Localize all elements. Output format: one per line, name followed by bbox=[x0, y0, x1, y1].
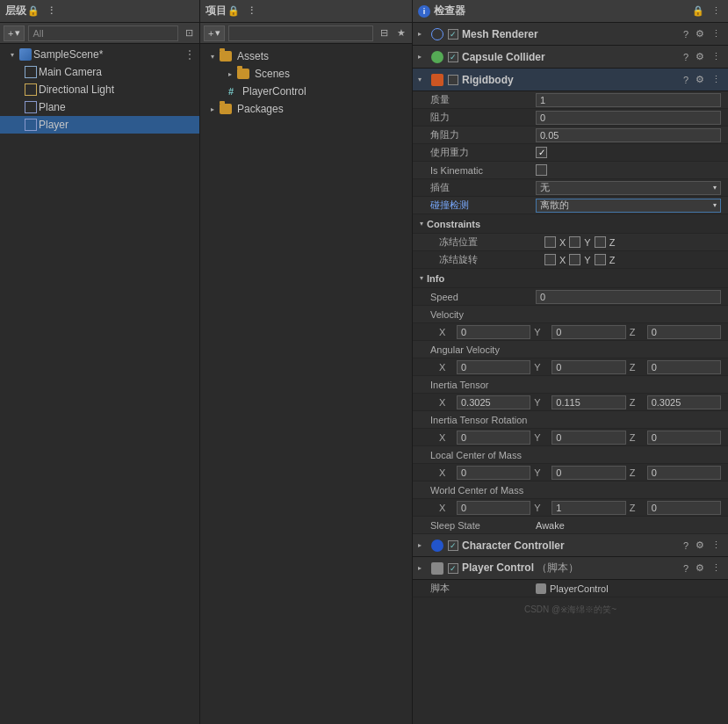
constraints-section-header[interactable]: ▾ Constraints bbox=[413, 214, 728, 234]
inertia-z-input[interactable] bbox=[647, 395, 721, 409]
player-control-help-icon[interactable]: ? bbox=[681, 563, 690, 574]
local-com-label: Local Center of Mass bbox=[430, 450, 536, 460]
info-section-header[interactable]: ▾ Info bbox=[413, 269, 728, 288]
mesh-renderer-checkbox[interactable]: ✓ bbox=[448, 29, 458, 40]
hierarchy-search-input[interactable] bbox=[28, 25, 178, 41]
info-arrow-icon: ▾ bbox=[420, 274, 423, 282]
hierarchy-title: 层级 bbox=[5, 4, 26, 18]
player-control-script-item[interactable]: # PlayerControl bbox=[200, 83, 412, 100]
freeze-pos-z-checkbox[interactable] bbox=[595, 236, 606, 248]
freeze-rot-z-checkbox[interactable] bbox=[595, 254, 606, 265]
kinematic-checkbox[interactable] bbox=[536, 164, 547, 176]
capsule-collider-dots-icon[interactable]: ⋮ bbox=[710, 51, 723, 62]
project-lock-icon[interactable]: 🔒 bbox=[227, 4, 241, 18]
ang-drag-input[interactable] bbox=[536, 128, 721, 142]
main-camera-item[interactable]: Main Camera bbox=[0, 63, 199, 81]
assets-arrow-icon: ▾ bbox=[207, 51, 218, 62]
rigidbody-checkbox[interactable] bbox=[448, 75, 458, 85]
character-controller-dots-icon[interactable]: ⋮ bbox=[710, 539, 723, 551]
local-com-z-input[interactable] bbox=[647, 466, 721, 480]
light-cube-icon bbox=[25, 83, 37, 96]
plane-item[interactable]: Plane bbox=[0, 98, 199, 116]
hierarchy-filter-icon[interactable]: ⊡ bbox=[182, 26, 196, 40]
world-com-z-input[interactable] bbox=[647, 501, 721, 515]
inertia-rot-z-input[interactable] bbox=[647, 431, 721, 445]
world-com-y-input[interactable] bbox=[551, 501, 625, 515]
directional-light-item[interactable]: Directional Light bbox=[0, 81, 199, 98]
velocity-y-label: Y bbox=[534, 327, 548, 337]
packages-folder-item[interactable]: ▸ Packages bbox=[200, 100, 412, 118]
inertia-z-label: Z bbox=[630, 397, 644, 408]
player-control-dots-icon[interactable]: ⋮ bbox=[710, 562, 723, 574]
inspector-panel: i 检查器 🔒 ⋮ ▸ ✓ Mesh Renderer ? ⚙ ⋮ ▸ bbox=[413, 0, 728, 724]
mesh-renderer-header[interactable]: ▸ ✓ Mesh Renderer ? ⚙ ⋮ bbox=[413, 23, 728, 46]
inspector-lock-icon[interactable]: 🔒 bbox=[691, 4, 705, 18]
player-control-settings-icon[interactable]: ⚙ bbox=[694, 562, 706, 574]
speed-input[interactable] bbox=[536, 290, 721, 304]
player-control-header[interactable]: ▸ ✓ Player Control （脚本） ? ⚙ ⋮ bbox=[413, 557, 728, 580]
ang-velocity-y-input[interactable] bbox=[551, 360, 625, 374]
capsule-collider-checkbox[interactable]: ✓ bbox=[448, 52, 458, 62]
inertia-rot-x-input[interactable] bbox=[457, 431, 530, 445]
freeze-rot-x-checkbox[interactable] bbox=[544, 254, 556, 265]
player-control-checkbox[interactable]: ✓ bbox=[448, 563, 458, 574]
inertia-rot-y-input[interactable] bbox=[551, 431, 625, 445]
character-controller-help-icon[interactable]: ? bbox=[681, 540, 690, 551]
local-com-x-input[interactable] bbox=[457, 466, 530, 480]
velocity-x-input[interactable] bbox=[457, 325, 530, 339]
mesh-renderer-dots-icon[interactable]: ⋮ bbox=[710, 28, 723, 40]
character-controller-settings-icon[interactable]: ⚙ bbox=[694, 539, 706, 551]
rigidbody-help-icon[interactable]: ? bbox=[681, 75, 690, 85]
collision-dropdown[interactable]: 离散的 ▾ bbox=[536, 199, 721, 213]
project-add-button[interactable]: + ▾ bbox=[204, 25, 225, 41]
interpolate-dropdown[interactable]: 无 ▾ bbox=[536, 181, 721, 195]
assets-label: Assets bbox=[237, 50, 269, 62]
assets-folder-item[interactable]: ▾ Assets bbox=[200, 47, 412, 65]
scene-item[interactable]: ▾ SampleScene* ⋮ bbox=[0, 46, 199, 63]
ang-velocity-x-input[interactable] bbox=[457, 360, 530, 374]
inertia-y-input[interactable] bbox=[551, 395, 625, 409]
project-menu-icon[interactable]: ⋮ bbox=[244, 4, 258, 18]
mesh-renderer-settings-icon[interactable]: ⚙ bbox=[694, 28, 706, 40]
freeze-rot-y-checkbox[interactable] bbox=[569, 254, 580, 265]
inertia-x-input[interactable] bbox=[457, 395, 530, 409]
world-com-x-input[interactable] bbox=[457, 501, 530, 515]
velocity-z-input[interactable] bbox=[647, 325, 721, 339]
mesh-renderer-help-icon[interactable]: ? bbox=[681, 29, 690, 40]
capsule-collider-settings-icon[interactable]: ⚙ bbox=[694, 51, 706, 62]
ang-velocity-z-input[interactable] bbox=[647, 360, 721, 374]
inspector-info-icon: i bbox=[418, 5, 430, 18]
packages-arrow-icon: ▸ bbox=[207, 104, 218, 114]
inspector-menu-icon[interactable]: ⋮ bbox=[709, 4, 723, 18]
capsule-collider-help-icon[interactable]: ? bbox=[681, 52, 690, 62]
local-com-x-label: X bbox=[439, 467, 453, 478]
drag-input[interactable] bbox=[536, 111, 721, 125]
hierarchy-lock-icon[interactable]: 🔒 bbox=[26, 4, 40, 18]
mesh-renderer-icon bbox=[431, 28, 443, 40]
hierarchy-menu-icon[interactable]: ⋮ bbox=[44, 4, 58, 18]
rigidbody-dots-icon[interactable]: ⋮ bbox=[710, 74, 723, 85]
freeze-pos-y-checkbox[interactable] bbox=[569, 236, 580, 248]
scenes-folder-item[interactable]: ▸ Scenes bbox=[200, 65, 412, 83]
hierarchy-tree: ▾ SampleScene* ⋮ Main Camera Directional… bbox=[0, 44, 199, 724]
local-com-y-input[interactable] bbox=[551, 466, 625, 480]
camera-cube-icon bbox=[25, 66, 37, 78]
hierarchy-add-button[interactable]: + ▾ bbox=[4, 25, 25, 41]
gravity-checkbox[interactable]: ✓ bbox=[536, 147, 547, 158]
rigidbody-header[interactable]: ▾ Rigidbody ? ⚙ ⋮ bbox=[413, 69, 728, 91]
velocity-y-input[interactable] bbox=[551, 325, 625, 339]
player-item[interactable]: Player bbox=[0, 116, 199, 134]
freeze-pos-x-checkbox[interactable] bbox=[544, 236, 556, 248]
project-layout-icon[interactable]: ⊟ bbox=[377, 26, 391, 40]
script-hash-icon: # bbox=[225, 86, 237, 97]
character-controller-header[interactable]: ▸ ✓ Character Controller ? ⚙ ⋮ bbox=[413, 534, 728, 557]
project-search-input[interactable] bbox=[228, 25, 373, 41]
project-star-icon[interactable]: ★ bbox=[394, 26, 408, 40]
inertia-tensor-label-row: Inertia Tensor bbox=[413, 376, 728, 394]
character-controller-checkbox[interactable]: ✓ bbox=[448, 540, 458, 551]
scene-menu-icon[interactable]: ⋮ bbox=[184, 47, 199, 62]
mass-input[interactable] bbox=[536, 93, 721, 107]
capsule-collider-header[interactable]: ▸ ✓ Capsule Collider ? ⚙ ⋮ bbox=[413, 46, 728, 69]
inertia-rot-xyz-row: X Y Z bbox=[413, 429, 728, 446]
rigidbody-settings-icon[interactable]: ⚙ bbox=[694, 74, 706, 85]
